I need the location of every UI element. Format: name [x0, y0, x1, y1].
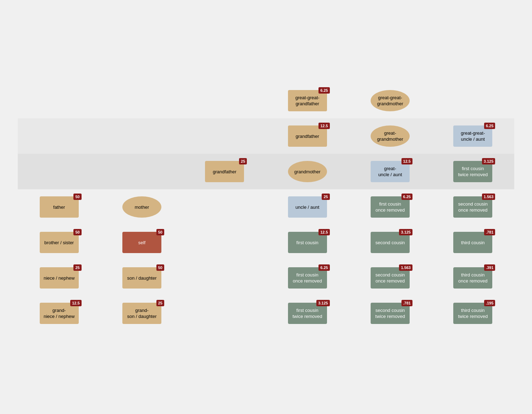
grandson-daughter-node: 25 grand-son / daughter	[122, 303, 161, 324]
mother-node: mother	[122, 196, 161, 218]
tc-badge: .781	[484, 229, 495, 235]
gnn-badge: 12.5	[70, 300, 81, 306]
great-grandmother-node: great-grandmother	[371, 125, 410, 147]
cell-second-cousin: 3.125 second cousin	[349, 225, 431, 260]
first-cousin-node: 12.5 first cousin	[288, 232, 327, 253]
sd-label: son / daughter	[127, 275, 156, 281]
cell-first-cousin: 12.5 first cousin	[266, 225, 349, 260]
family-grid: 6.25 great-great-grandfather great-great…	[18, 83, 514, 331]
cell-grandson-daughter: 25 grand-son / daughter	[100, 296, 183, 331]
fcotr-badge: 3.125	[482, 158, 495, 164]
gft-label: grandfather	[295, 134, 319, 140]
fc-label: first cousin	[297, 240, 318, 246]
cell-empty-r2c2	[100, 154, 183, 189]
ua-badge: 25	[322, 194, 329, 200]
scorot-badge: 1.563	[482, 194, 495, 200]
sctr-badge: .781	[401, 300, 412, 306]
gnn-label: grand-niece / nephew	[44, 308, 74, 320]
scorot-label: second cousinonce removed	[458, 201, 488, 213]
cell-self: 50 self	[100, 225, 183, 260]
great-uncle-aunt-node: 12.5 great-uncle / aunt	[371, 161, 410, 182]
cell-empty-r0c2	[100, 83, 183, 118]
cell-grandfather-mid: 25 grandfather	[183, 154, 266, 189]
grandfather-top-node: 12.5 grandfather	[288, 125, 327, 147]
scor-label: second cousinonce removed	[375, 272, 405, 284]
cell-third-cousin-once-removed: .391 third cousinonce removed	[432, 260, 514, 296]
ggf-badge: 6.25	[318, 87, 329, 94]
tctr-badge: .195	[484, 300, 495, 306]
cell-empty-r1c2	[100, 118, 183, 154]
cell-father: 50 father	[18, 189, 100, 225]
fcor-badge: 6.25	[318, 264, 329, 271]
chart-container: 6.25 great-great-grandfather great-great…	[11, 72, 521, 342]
first-cousin-once-removed-node: 6.25 first cousinonce removed	[288, 267, 327, 289]
tcor-badge: .391	[484, 264, 495, 271]
tctr-label: third cousintwice removed	[458, 308, 488, 320]
fcor-label: first cousinonce removed	[293, 272, 322, 284]
cell-great-uncle-aunt: 12.5 great-uncle / aunt	[349, 154, 431, 189]
cell-second-cousin-once-removed: 1.563 second cousinonce removed	[349, 260, 431, 296]
gfm-label: grandfather	[213, 169, 237, 175]
sc-label: second cousin	[375, 240, 405, 246]
cell-empty-r0c3	[183, 83, 266, 118]
cell-mother: mother	[100, 189, 183, 225]
cell-empty-r3c3	[183, 189, 266, 225]
self-node: 50 self	[122, 232, 161, 253]
niece-nephew-node: 25 niece / nephew	[40, 267, 79, 289]
first-cousin-twice-removed-top-node: 3.125 first cousintwice removed	[453, 161, 492, 182]
fcoror-label: first cousinonce removed	[376, 201, 405, 213]
nn-badge: 25	[73, 264, 81, 271]
cell-ggf: 6.25 great-great-grandfather	[266, 83, 349, 118]
scor-badge: 1.563	[399, 264, 412, 271]
cell-grand-niece-nephew: 12.5 grand-niece / nephew	[18, 296, 100, 331]
third-cousin-twice-removed-node: .195 third cousintwice removed	[453, 303, 492, 324]
cell-empty-r2c1	[18, 154, 100, 189]
ggua-badge: 6.25	[484, 123, 495, 129]
tcor-label: third cousinonce removed	[458, 272, 487, 284]
cell-empty-r0c1	[18, 83, 100, 118]
third-cousin-node: .781 third cousin	[453, 232, 492, 253]
self-badge: 50	[156, 229, 164, 235]
sd-badge: 50	[156, 264, 164, 271]
uncle-aunt-node: 25 uncle / aunt	[288, 196, 327, 218]
gsd-label: grand-son / daughter	[127, 308, 156, 320]
son-daughter-node: 50 son / daughter	[122, 267, 161, 289]
ua-label: uncle / aunt	[295, 205, 319, 211]
cell-empty-r5c3	[183, 260, 266, 296]
ggm2-label: great-grandmother	[377, 130, 403, 142]
grand-niece-nephew-node: 12.5 grand-niece / nephew	[40, 303, 79, 324]
cell-uncle-aunt: 25 uncle / aunt	[266, 189, 349, 225]
cell-ggua: 6.25 great-great-uncle / aunt	[432, 118, 514, 154]
cell-empty-r1c3	[183, 118, 266, 154]
cell-scorot: 1.563 second cousinonce removed	[432, 189, 514, 225]
third-cousin-once-removed-node: .391 third cousinonce removed	[453, 267, 492, 289]
ggf-label: great-great-grandfather	[295, 95, 320, 107]
great-great-grandmother-node: great-great-grandmother	[371, 90, 410, 111]
father-badge: 50	[73, 194, 81, 200]
sc-badge: 3.125	[399, 229, 412, 235]
sctr-label: second cousintwice removed	[375, 308, 405, 320]
cell-empty-r4c3	[183, 225, 266, 260]
cell-grandfather-top: 12.5 grandfather	[266, 118, 349, 154]
bs-label: brother / sister	[44, 240, 74, 246]
cell-brother-sister: 50 brother / sister	[18, 225, 100, 260]
cell-first-cousin-twice-removed: 3.125 first cousintwice removed	[266, 296, 349, 331]
cell-fcoror: 6.25 first cousinonce removed	[349, 189, 431, 225]
cell-great-grandmother: great-grandmother	[349, 118, 431, 154]
father-node: 50 father	[40, 196, 79, 218]
cell-empty-r0c6	[432, 83, 514, 118]
cell-empty-r6c3	[183, 296, 266, 331]
second-cousin-twice-removed-node: .781 second cousintwice removed	[371, 303, 410, 324]
mother-label: mother	[135, 205, 149, 211]
fcoror-badge: 6.25	[401, 194, 412, 200]
ggua-label: great-great-uncle / aunt	[461, 130, 485, 142]
fctr-badge: 3.125	[316, 300, 330, 306]
brother-sister-node: 50 brother / sister	[40, 232, 79, 253]
fctr-label: first cousintwice removed	[293, 308, 322, 320]
cell-son-daughter: 50 son / daughter	[100, 260, 183, 296]
grandmother-node: grandmother	[288, 161, 327, 182]
cell-second-cousin-twice-removed: .781 second cousintwice removed	[349, 296, 431, 331]
gua-label: great-uncle / aunt	[378, 166, 402, 178]
cell-empty-r1c1	[18, 118, 100, 154]
cell-third-cousin-twice-removed: .195 third cousintwice removed	[432, 296, 514, 331]
